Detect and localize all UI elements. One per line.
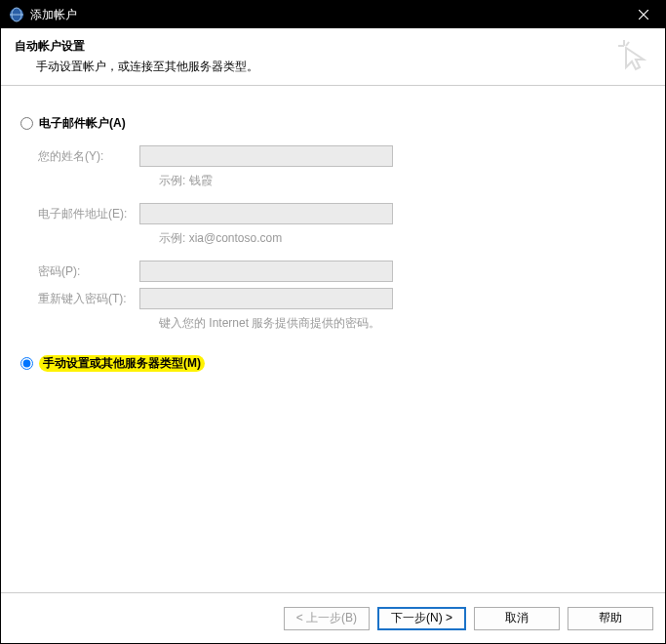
wizard-body: 电子邮件帐户(A) 您的姓名(Y): 示例: 钱霞 电子邮件地址(E): 示例:…: [1, 86, 665, 592]
name-hint: 示例: 钱霞: [159, 173, 646, 189]
titlebar: 添加帐户: [1, 1, 665, 28]
password-hint: 键入您的 Internet 服务提供商提供的密码。: [159, 315, 646, 332]
retype-label: 重新键入密码(T):: [38, 291, 139, 307]
name-label: 您的姓名(Y):: [38, 148, 139, 165]
email-hint: 示例: xia@contoso.com: [159, 230, 646, 247]
password-label: 密码(P):: [38, 263, 139, 280]
password-field: [139, 261, 393, 282]
svg-line-7: [626, 42, 629, 46]
email-field: [139, 203, 393, 224]
option-email-account[interactable]: 电子邮件帐户(A): [20, 115, 646, 132]
back-button: < 上一步(B): [284, 607, 370, 630]
window-title: 添加帐户: [30, 7, 622, 23]
option-manual-setup[interactable]: 手动设置或其他服务器类型(M): [20, 355, 205, 372]
cancel-button[interactable]: 取消: [474, 607, 560, 630]
header-title: 自动帐户设置: [15, 38, 651, 55]
radio-email-account[interactable]: [20, 117, 33, 130]
email-form: 您的姓名(Y): 示例: 钱霞 电子邮件地址(E): 示例: xia@conto…: [38, 145, 646, 332]
close-button[interactable]: [622, 1, 665, 28]
wizard-header: 自动帐户设置 手动设置帐户，或连接至其他服务器类型。: [1, 28, 665, 86]
retype-password-field: [139, 288, 393, 309]
email-label: 电子邮件地址(E):: [38, 206, 139, 222]
name-field: [139, 145, 393, 167]
next-button[interactable]: 下一步(N) >: [377, 607, 466, 630]
option-email-label: 电子邮件帐户(A): [39, 115, 126, 132]
add-account-dialog: 添加帐户 自动帐户设置 手动设置帐户，或连接至其他服务器类型。 电子邮件帐户(A…: [0, 0, 666, 644]
radio-manual-setup[interactable]: [20, 357, 33, 370]
cursor-icon: [614, 36, 649, 74]
option-manual-label: 手动设置或其他服务器类型(M): [39, 355, 205, 372]
svg-marker-8: [626, 48, 644, 69]
app-icon: [9, 7, 24, 22]
header-subtitle: 手动设置帐户，或连接至其他服务器类型。: [36, 59, 651, 75]
help-button[interactable]: 帮助: [568, 607, 653, 630]
wizard-footer: < 上一步(B) 下一步(N) > 取消 帮助: [1, 592, 665, 643]
